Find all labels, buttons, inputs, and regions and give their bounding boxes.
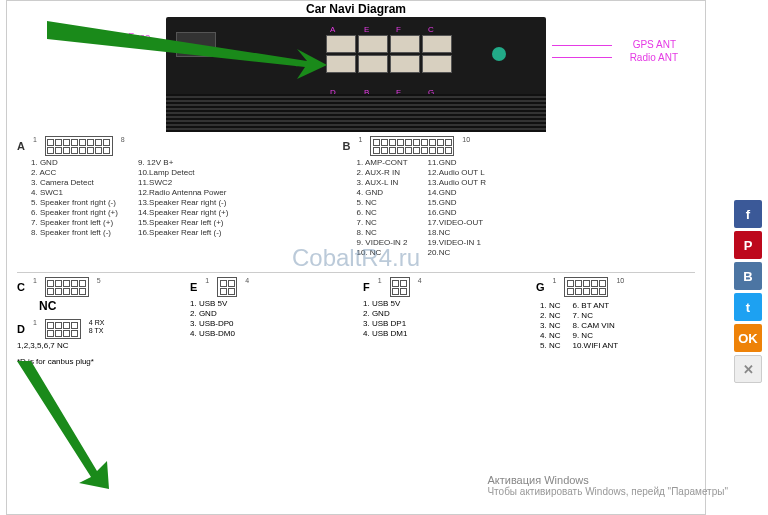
green-indicator [492,47,506,61]
vk-icon[interactable]: B [734,262,762,290]
svg-marker-1 [17,361,109,489]
port-label-e: E [364,25,369,34]
connector-g [564,277,608,297]
port-label-f: F [396,25,401,34]
port-label-a: A [330,25,335,34]
conn-e-label: E [190,277,197,293]
conn-c-label: C [17,277,25,293]
connector-f [390,277,410,297]
conn-b-label: B [342,136,350,152]
twitter-icon[interactable]: t [734,293,762,321]
facebook-icon[interactable]: f [734,200,762,228]
pinterest-icon[interactable]: P [734,231,762,259]
connector-a [45,136,113,156]
conn-g-label: G [536,277,545,293]
port-label-c: C [428,25,434,34]
connector-e [217,277,237,297]
pinout-section: A 1 8 1. GND2. ACC3. Camera Detect4. SWC… [7,132,705,268]
conn-a-pins: 1. GND2. ACC3. Camera Detect4. SWC15. Sp… [31,158,342,238]
conn-d-label: D [17,319,25,335]
odnoklassniki-icon[interactable]: OK [734,324,762,352]
gps-line [552,45,612,46]
port-label-g: G [428,88,434,97]
conn-b-pins: 1. AMP-CONT2. AUX-R IN3. AUX-L IN4. GND5… [356,158,695,258]
fuse-box [176,32,216,57]
connector-b [370,136,454,156]
radio-line [552,57,612,58]
conn-a-label: A [17,136,25,152]
canbus-note: *D is for canbus plug* [17,357,705,366]
port-cluster: A E F C D B F G [326,35,476,85]
social-sidebar: f P B t OK ✕ [734,200,764,386]
radio-ant-label: Radio ANT [630,52,678,63]
connector-c [45,277,89,297]
gps-ant-label: GPS ANT [633,39,676,50]
diagram-title: Car Navi Diagram [7,1,705,17]
conn-f-label: F [363,277,370,293]
conn-c-nc: NC [39,299,176,313]
diagram-container: Car Navi Diagram Fuse A E F C D B F G GP… [6,0,706,515]
windows-activation-notice: Активация Windows Чтобы активировать Win… [487,474,728,497]
fuse-label: Fuse [128,32,150,43]
arrow-bottom [0,361,117,491]
port-label-d: D [330,88,336,97]
port-label-b: B [364,88,369,97]
close-icon[interactable]: ✕ [734,355,762,383]
connector-d [45,319,81,339]
port-label-f2: F [396,88,401,97]
device-rear-panel: Fuse A E F C D B F G GPS ANT Radio ANT [166,17,546,132]
bottom-connectors: C 1 5 NC D 1 4 RX 8 TX [7,277,705,357]
